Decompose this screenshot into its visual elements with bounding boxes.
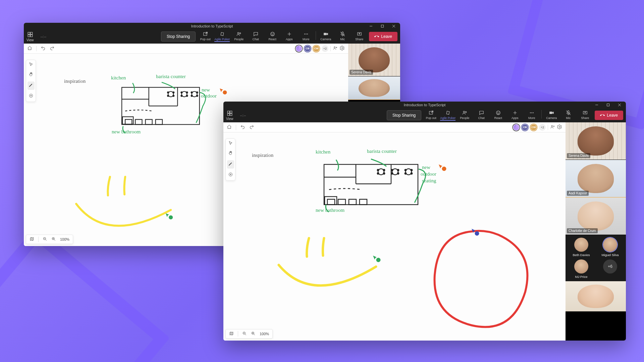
- svg-point-102: [377, 173, 379, 174]
- people-button[interactable]: People: [456, 110, 473, 120]
- whiteboard-annotation: outdoor: [421, 171, 436, 177]
- participant-tile[interactable]: Serena Davis: [348, 44, 400, 76]
- svg-point-115: [442, 167, 446, 171]
- svg-point-77: [499, 112, 499, 113]
- apps-button[interactable]: Apps: [281, 31, 298, 41]
- participant-tile[interactable]: Charlotte de Crum: [566, 197, 626, 235]
- svg-point-52: [223, 90, 227, 95]
- stop-sharing-button[interactable]: Stop Sharing: [161, 32, 196, 42]
- whiteboard-annotation: outdoor: [201, 93, 217, 99]
- react-button[interactable]: React: [490, 110, 506, 120]
- minimap-button[interactable]: [229, 331, 234, 337]
- participant-overflow-tile[interactable]: +6: [597, 259, 623, 279]
- undo-button[interactable]: [41, 46, 46, 52]
- pop-out-button[interactable]: Pop out: [197, 31, 214, 41]
- share-whiteboard-button[interactable]: [333, 46, 338, 52]
- zoom-in-button[interactable]: [251, 331, 256, 337]
- zoom-level: 100%: [60, 237, 69, 241]
- svg-point-38: [173, 92, 174, 93]
- participant-avatar[interactable]: [296, 45, 302, 52]
- zoom-out-button[interactable]: [242, 331, 247, 337]
- svg-point-81: [531, 112, 532, 113]
- pop-out-button[interactable]: Pop out: [423, 110, 439, 120]
- svg-point-40: [173, 95, 174, 97]
- participant-small-tile[interactable]: Beth Davies: [568, 238, 594, 257]
- svg-point-47: [191, 92, 193, 93]
- participant-overflow[interactable]: +2: [322, 45, 328, 52]
- participant-tile[interactable]: [348, 76, 400, 100]
- mic-button[interactable]: Mic: [334, 31, 351, 41]
- zoom-level: 100%: [260, 332, 269, 336]
- stop-sharing-button[interactable]: Stop Sharing: [387, 110, 421, 120]
- view-menu-button[interactable]: View: [226, 110, 233, 121]
- svg-point-112: [405, 173, 406, 174]
- minimap-button[interactable]: [30, 237, 34, 242]
- participant-avatar[interactable]: [513, 124, 520, 131]
- home-icon[interactable]: [227, 124, 232, 130]
- share-button[interactable]: Share: [577, 110, 593, 120]
- share-button[interactable]: Share: [351, 31, 368, 41]
- leave-button[interactable]: Leave: [369, 32, 397, 41]
- camera-button[interactable]: Camera: [543, 110, 560, 120]
- participant-avatar[interactable]: CB: [304, 45, 311, 52]
- svg-point-50: [197, 95, 198, 97]
- titlebar: Introduction to TypeScript: [223, 102, 626, 108]
- svg-point-74: [465, 112, 466, 113]
- self-view-tile[interactable]: [566, 281, 626, 311]
- camera-button[interactable]: Camera: [317, 31, 334, 41]
- redo-button[interactable]: [249, 124, 254, 130]
- titlebar: Introduction to TypeScript: [24, 23, 400, 29]
- settings-button[interactable]: [557, 124, 562, 130]
- view-menu-button[interactable]: View: [26, 32, 34, 42]
- participant-avatar[interactable]: CW: [313, 45, 320, 52]
- svg-point-42: [181, 92, 182, 93]
- window-close-button[interactable]: [388, 23, 399, 29]
- window-minimize-button[interactable]: [365, 23, 377, 29]
- participant-tile[interactable]: Aadi Kapoor: [566, 160, 626, 197]
- agile-poker-button[interactable]: Agile Poker: [439, 110, 456, 121]
- whiteboard-canvas[interactable]: inspiration kitchen barista counter new …: [223, 132, 566, 341]
- window-close-button[interactable]: [614, 102, 625, 108]
- chat-button[interactable]: Chat: [247, 31, 264, 41]
- react-button[interactable]: React: [264, 31, 281, 41]
- svg-point-107: [391, 173, 393, 174]
- svg-rect-67: [227, 111, 229, 113]
- settings-button[interactable]: [340, 46, 345, 52]
- share-whiteboard-button[interactable]: [550, 124, 555, 130]
- whiteboard-annotation: new bathroom: [112, 129, 141, 135]
- svg-point-75: [496, 111, 500, 115]
- svg-point-82: [533, 112, 533, 113]
- more-button[interactable]: More: [298, 31, 314, 41]
- participant-avatar[interactable]: CW: [530, 124, 537, 131]
- meeting-timer: --:--: [240, 113, 246, 117]
- svg-point-113: [411, 173, 412, 174]
- chat-button[interactable]: Chat: [473, 110, 490, 120]
- participant-tile[interactable]: Serena Davis: [566, 122, 626, 160]
- home-icon[interactable]: [27, 46, 32, 52]
- zoom-in-button[interactable]: [51, 237, 56, 242]
- redo-button[interactable]: [50, 46, 55, 52]
- svg-rect-64: [607, 104, 609, 106]
- participant-overflow[interactable]: +2: [539, 124, 546, 131]
- apps-button[interactable]: Apps: [506, 110, 523, 120]
- zoom-out-button[interactable]: [43, 237, 47, 242]
- window-maximize-button[interactable]: [602, 102, 614, 108]
- participant-small-tile[interactable]: Miguel Silva: [597, 238, 623, 257]
- people-button[interactable]: People: [230, 31, 247, 41]
- leave-button[interactable]: Leave: [595, 111, 623, 120]
- agile-poker-button[interactable]: Agile Poker: [214, 31, 230, 42]
- whiteboard-annotation: kitchen: [316, 149, 330, 155]
- undo-button[interactable]: [240, 124, 245, 130]
- window-minimize-button[interactable]: [591, 102, 602, 108]
- svg-point-19: [307, 34, 308, 34]
- svg-point-116: [376, 258, 381, 262]
- more-button[interactable]: More: [523, 110, 540, 120]
- participant-avatar[interactable]: CB: [522, 124, 528, 131]
- svg-line-121: [245, 334, 246, 335]
- svg-point-49: [191, 95, 193, 97]
- window-maximize-button[interactable]: [377, 23, 388, 29]
- mic-button[interactable]: Mic: [560, 110, 577, 120]
- whiteboard-annotation: barista counter: [156, 74, 186, 79]
- svg-point-110: [405, 169, 406, 171]
- participant-small-tile[interactable]: MJ Price: [568, 259, 594, 279]
